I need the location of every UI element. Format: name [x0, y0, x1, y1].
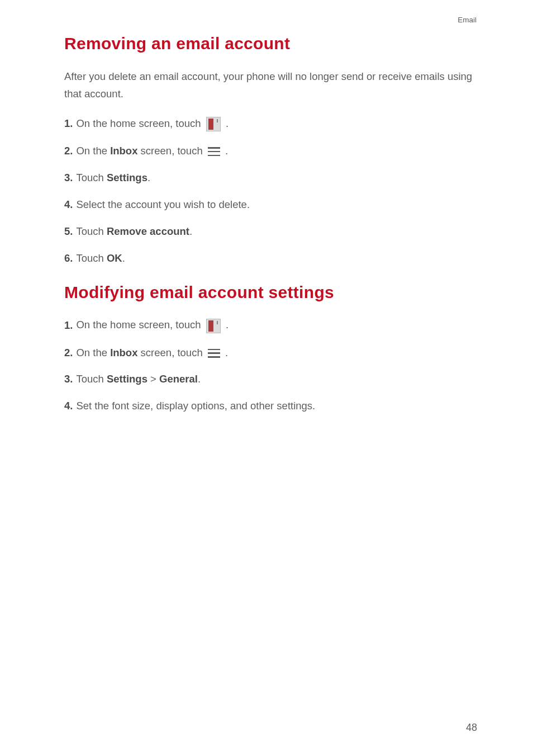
step-item: 3. Touch Settings > General.: [64, 372, 480, 386]
step-number: 3.: [64, 171, 73, 185]
menu-icon: [208, 147, 220, 156]
section-title-modifying: Modifying email account settings: [64, 283, 480, 302]
step-number: 2.: [64, 346, 73, 360]
intro-paragraph: After you delete an email account, your …: [64, 68, 480, 103]
step-item: 6. Touch OK.: [64, 251, 480, 266]
step-item: 5. Touch Remove account.: [64, 224, 480, 239]
step-text: On the home screen, touch .: [76, 318, 229, 333]
step-number: 4.: [64, 197, 73, 212]
step-number: 3.: [64, 372, 73, 386]
step-text: Select the account you wish to delete.: [76, 197, 250, 212]
step-item: 4. Set the font size, display options, a…: [64, 399, 480, 413]
step-text: Touch Settings.: [76, 171, 150, 185]
step-text: On the home screen, touch .: [76, 116, 229, 131]
email-app-icon: [206, 117, 221, 131]
header-section-label: Email: [64, 16, 480, 24]
step-text: On the Inbox screen, touch .: [76, 346, 228, 360]
email-app-icon: [206, 319, 221, 333]
step-item: 2. On the Inbox screen, touch .: [64, 346, 480, 360]
step-text: Touch Remove account.: [76, 224, 192, 239]
step-number: 4.: [64, 399, 73, 413]
step-number: 5.: [64, 224, 73, 239]
section-title-removing: Removing an email account: [64, 34, 480, 53]
step-text: Touch Settings > General.: [76, 372, 201, 386]
step-text: Set the font size, display options, and …: [76, 399, 315, 413]
step-text: On the Inbox screen, touch .: [76, 144, 228, 158]
step-item: 1. On the home screen, touch .: [64, 116, 480, 131]
step-number: 1.: [64, 318, 73, 333]
step-item: 3. Touch Settings.: [64, 171, 480, 185]
menu-icon: [208, 349, 220, 358]
step-item: 4. Select the account you wish to delete…: [64, 197, 480, 212]
step-item: 2. On the Inbox screen, touch .: [64, 144, 480, 158]
step-text: Touch OK.: [76, 251, 125, 266]
step-number: 1.: [64, 116, 73, 131]
step-item: 1. On the home screen, touch .: [64, 318, 480, 333]
step-number: 2.: [64, 144, 73, 158]
step-number: 6.: [64, 251, 73, 266]
page-number: 48: [466, 722, 477, 734]
